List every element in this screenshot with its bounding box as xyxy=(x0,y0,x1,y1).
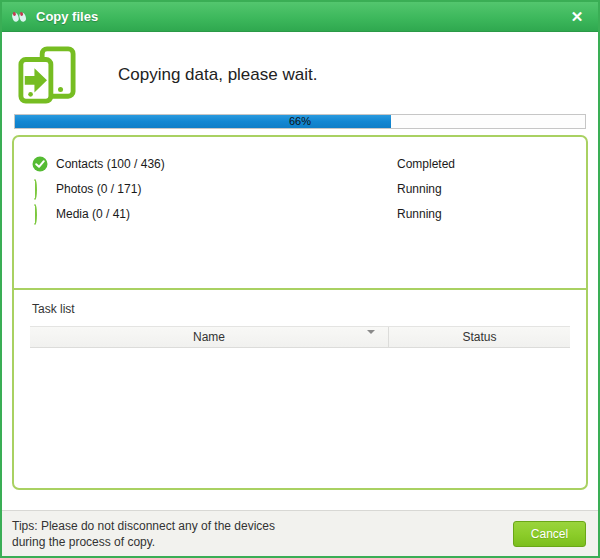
window-title: Copy files xyxy=(36,9,98,24)
transfer-panel: Contacts (100 / 436) Completed Photos (0… xyxy=(12,135,588,490)
device-transfer-icon xyxy=(18,46,76,104)
task-list-title: Task list xyxy=(30,300,570,326)
app-logo-icon xyxy=(10,8,28,26)
category-status: Running xyxy=(397,207,442,221)
task-list-section: Task list Name Status xyxy=(14,290,586,488)
progress-wrap: 66% xyxy=(2,110,598,129)
list-item: Contacts (100 / 436) Completed xyxy=(32,151,568,176)
copy-status-message: Copying data, please wait. xyxy=(118,65,317,85)
cancel-button-label: Cancel xyxy=(531,527,568,541)
category-label: Media (0 / 41) xyxy=(56,207,130,221)
column-header-status[interactable]: Status xyxy=(389,327,570,347)
category-label: Photos (0 / 171) xyxy=(56,182,141,196)
category-status: Completed xyxy=(397,157,455,171)
footer: Tips: Please do not disconnect any of th… xyxy=(2,510,598,556)
sort-dropdown-icon[interactable] xyxy=(367,334,376,342)
category-label: Contacts (100 / 436) xyxy=(56,157,165,171)
copy-header: Copying data, please wait. xyxy=(2,32,598,110)
copy-files-dialog: Copy files ✕ Copying data, please wait. … xyxy=(0,0,600,558)
list-item: Photos (0 / 171) Running xyxy=(32,176,568,201)
close-icon: ✕ xyxy=(571,8,584,26)
tips-text: Tips: Please do not disconnect any of th… xyxy=(12,518,275,550)
spinner-icon xyxy=(32,206,48,222)
cancel-button[interactable]: Cancel xyxy=(513,521,586,547)
close-button[interactable]: ✕ xyxy=(560,2,594,32)
list-item: Media (0 / 41) Running xyxy=(32,201,568,226)
tips-line2: during the process of copy. xyxy=(12,534,275,550)
check-circle-icon xyxy=(32,156,48,172)
spinner-icon xyxy=(32,181,48,197)
column-name-label: Name xyxy=(193,330,225,344)
category-status: Running xyxy=(397,182,442,196)
column-status-label: Status xyxy=(462,330,496,344)
task-table-body xyxy=(30,348,570,488)
titlebar: Copy files ✕ xyxy=(2,2,598,32)
progress-percent-label: 66% xyxy=(15,115,585,128)
column-header-name[interactable]: Name xyxy=(30,327,389,347)
tips-line1: Tips: Please do not disconnect any of th… xyxy=(12,518,275,534)
task-table-header: Name Status xyxy=(30,326,570,348)
category-status-list: Contacts (100 / 436) Completed Photos (0… xyxy=(14,137,586,288)
progress-bar: 66% xyxy=(14,114,586,129)
